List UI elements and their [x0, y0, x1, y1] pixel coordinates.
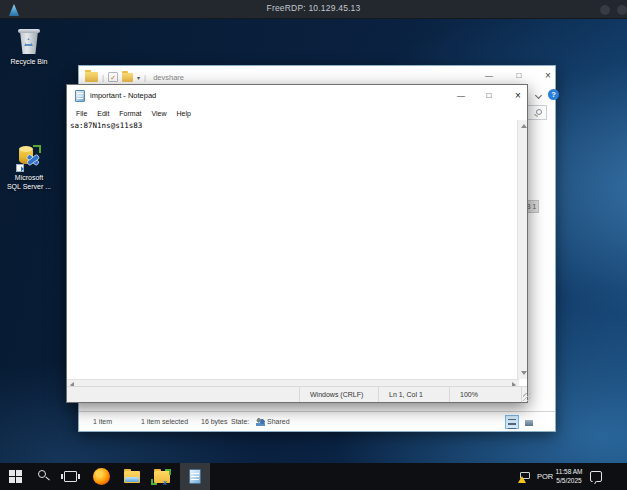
notepad-maximize-button[interactable]: □	[475, 85, 503, 107]
recycle-bin-icon	[18, 27, 40, 55]
new-folder-icon[interactable]	[122, 73, 133, 82]
menu-edit[interactable]: Edit	[92, 110, 114, 117]
status-item-count: 1 item	[93, 418, 112, 425]
windows-logo-icon	[9, 470, 22, 483]
notepad-taskbar-icon	[189, 469, 201, 484]
start-button[interactable]	[0, 463, 30, 490]
scroll-down-icon[interactable]	[521, 371, 527, 375]
shared-people-icon	[256, 418, 265, 426]
notepad-minimize-button[interactable]: —	[447, 85, 475, 107]
explorer-close-button[interactable]: ×	[534, 66, 562, 87]
notepad-window-title: important - Notepad	[90, 91, 156, 100]
search-icon	[536, 109, 542, 115]
separator: |	[102, 73, 104, 82]
menu-view[interactable]: View	[147, 110, 172, 117]
explorer-window-title: devshare	[153, 73, 184, 82]
ribbon-expand-icon[interactable]	[535, 92, 542, 99]
notepad-text-content[interactable]: sa:87N1ns@s11s83	[67, 120, 519, 379]
freerdp-titlebar: FreeRDP: 10.129.45.13	[0, 0, 627, 19]
freerdp-title: FreeRDP: 10.129.45.13	[0, 3, 627, 13]
notepad-window: important - Notepad — □ × File Edit Form…	[66, 84, 528, 403]
taskbar-clock[interactable]: 11:58 AM 5/5/2025	[554, 468, 584, 485]
help-icon[interactable]: ?	[548, 89, 559, 100]
status-selected-size: 16 bytes	[201, 418, 227, 425]
taskbar-search-button[interactable]	[38, 470, 46, 478]
clock-time: 11:58 AM	[554, 468, 584, 477]
quick-access-dropdown-icon[interactable]: ▾	[137, 74, 140, 81]
status-cursor-position: Ln 1, Col 1	[378, 387, 449, 402]
notepad-taskbar-button-active[interactable]	[180, 463, 210, 490]
menu-file[interactable]: File	[71, 110, 92, 117]
notepad-menubar: File Edit Format View Help	[67, 107, 527, 120]
freerdp-session: FreeRDP: 10.129.45.13 Recycle Bin Micros…	[0, 0, 627, 490]
notepad-app-icon	[75, 90, 85, 102]
chrome-window-button[interactable]	[617, 5, 627, 15]
status-zoom-level: 100%	[449, 387, 521, 402]
explorer-statusbar: 1 item 1 item selected 16 bytes State: S…	[79, 411, 555, 431]
firefox-taskbar-icon[interactable]	[93, 468, 110, 485]
scroll-up-icon[interactable]	[521, 124, 527, 128]
list-view-button[interactable]	[505, 415, 519, 429]
desktop-icon-recycle-bin[interactable]: Recycle Bin	[2, 27, 56, 66]
menu-format[interactable]: Format	[114, 110, 146, 117]
action-center-icon[interactable]	[590, 471, 602, 482]
task-view-button[interactable]	[64, 471, 77, 482]
properties-icon[interactable]: ✓	[108, 72, 118, 82]
recycle-bin-label: Recycle Bin	[2, 57, 56, 66]
vertical-scrollbar[interactable]	[517, 120, 527, 379]
desktop-icon-sql-server[interactable]: Microsoft SQL Server ...	[2, 145, 56, 191]
network-status-icon[interactable]	[519, 472, 531, 482]
status-state-value: Shared	[267, 418, 290, 425]
resize-grip[interactable]	[521, 387, 532, 402]
sql-server-label-line2: SQL Server ...	[2, 182, 56, 191]
status-line-ending: Windows (CRLF)	[299, 387, 378, 402]
notepad-close-button[interactable]: ×	[504, 85, 532, 107]
file-explorer-taskbar-icon[interactable]	[124, 471, 140, 483]
thumbnail-view-button[interactable]	[522, 415, 536, 429]
notepad-statusbar: Windows (CRLF) Ln 1, Col 1 100%	[67, 386, 527, 402]
sql-server-icon	[16, 145, 42, 172]
windows-taskbar: x POR 11:58 AM 5/5/2025	[0, 463, 627, 490]
notepad-titlebar[interactable]: important - Notepad — □ ×	[67, 85, 527, 107]
share-arrow-icon	[165, 469, 171, 475]
sql-server-label-line1: Microsoft	[2, 173, 56, 182]
windows-desktop: Recycle Bin Microsoft SQL Server ... | ✓…	[0, 19, 627, 463]
separator: |	[144, 73, 146, 82]
status-state-label: State:	[231, 418, 249, 425]
status-selected-count: 1 item selected	[141, 418, 188, 425]
language-indicator[interactable]: POR	[537, 472, 553, 481]
share-arrow-icon	[151, 479, 157, 485]
chrome-window-button[interactable]	[600, 5, 610, 15]
clock-date: 5/5/2025	[554, 477, 584, 486]
share-badge-icon: x	[163, 479, 167, 486]
explorer-app-icon	[85, 72, 98, 82]
menu-help[interactable]: Help	[172, 110, 196, 117]
